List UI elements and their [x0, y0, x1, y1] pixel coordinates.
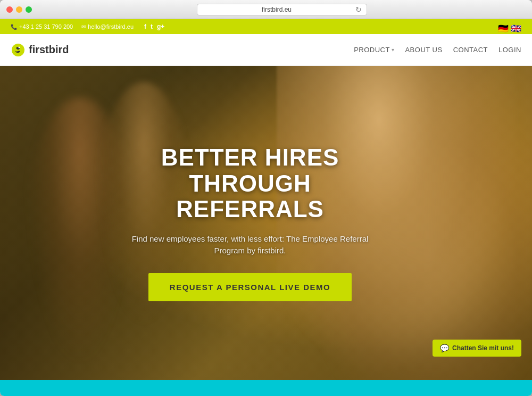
chat-bubble-icon: 💬	[440, 344, 449, 352]
navbar: firstbird PRODUCT ▾ ABOUT US CONTACT LOG…	[0, 34, 532, 66]
nav-login[interactable]: LOGIN	[498, 46, 521, 54]
hero-section: BETTER HIRES THROUGH REFERRALS Find new …	[0, 66, 532, 380]
facebook-icon[interactable]: f	[144, 23, 146, 30]
browser-titlebar: ↻	[0, 0, 532, 19]
website-content: 📞 +43 1 25 31 790 200 ✉ hello@firstbird.…	[0, 19, 532, 396]
logo[interactable]: firstbird	[11, 43, 69, 57]
svg-point-1	[19, 46, 20, 48]
gplus-icon[interactable]: g+	[157, 23, 164, 30]
email-icon: ✉	[81, 24, 86, 30]
nav-links: PRODUCT ▾ ABOUT US CONTACT LOGIN	[354, 46, 521, 54]
logo-bird-icon	[11, 43, 26, 57]
close-button[interactable]	[6, 6, 13, 13]
top-bar: 📞 +43 1 25 31 790 200 ✉ hello@firstbird.…	[0, 19, 532, 34]
maximize-button[interactable]	[26, 6, 32, 13]
refresh-icon[interactable]: ↻	[355, 5, 362, 14]
phone-number: +43 1 25 31 790 200	[19, 23, 73, 30]
browser-window: ↻ 📞 +43 1 25 31 790 200 ✉ hello@firstbir…	[0, 0, 532, 396]
german-flag[interactable]: 🇩🇪	[498, 23, 509, 30]
svg-point-0	[12, 44, 24, 56]
demo-cta-button[interactable]: REQUEST A PERSONAL LIVE DEMO	[148, 273, 352, 301]
minimize-button[interactable]	[16, 6, 22, 13]
product-chevron-icon: ▾	[392, 47, 395, 53]
chat-widget[interactable]: 💬 Chatten Sie mit uns!	[433, 340, 521, 357]
hero-title: BETTER HIRES THROUGH REFERRALS	[117, 145, 383, 222]
phone-icon: 📞	[11, 24, 17, 30]
browser-buttons	[6, 6, 32, 13]
language-flags: 🇩🇪 🇬🇧	[498, 23, 521, 30]
social-links: f t g+	[144, 23, 164, 30]
email-address[interactable]: hello@firstbird.eu	[88, 23, 134, 30]
nav-contact[interactable]: CONTACT	[453, 46, 488, 54]
url-input[interactable]	[197, 4, 367, 15]
chat-label: Chatten Sie mit uns!	[452, 344, 514, 352]
hero-content: BETTER HIRES THROUGH REFERRALS Find new …	[117, 145, 383, 301]
uk-flag[interactable]: 🇬🇧	[511, 23, 521, 30]
twitter-icon[interactable]: t	[151, 23, 153, 30]
nav-about[interactable]: ABOUT US	[405, 46, 442, 54]
phone-item: 📞 +43 1 25 31 790 200	[11, 23, 73, 30]
hero-title-line2: THROUGH REFERRALS	[176, 170, 324, 222]
email-item: ✉ hello@firstbird.eu	[81, 23, 134, 30]
browser-addressbar: ↻	[38, 4, 526, 15]
hero-subtitle: Find new employees faster, with less eff…	[117, 233, 383, 257]
bottom-bar	[0, 380, 532, 396]
logo-text[interactable]: firstbird	[29, 44, 69, 56]
nav-product[interactable]: PRODUCT ▾	[354, 46, 394, 54]
hero-title-line1: BETTER HIRES	[161, 144, 339, 170]
